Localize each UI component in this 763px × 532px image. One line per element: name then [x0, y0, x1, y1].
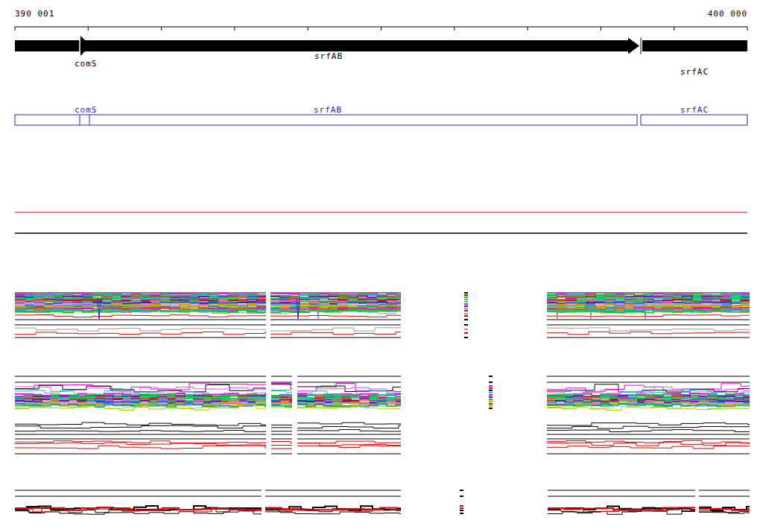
track-line: [547, 332, 750, 335]
track-line: [699, 512, 750, 513]
track-line: [271, 391, 292, 393]
genome-browser-screen: 390 001 400 000 comS srfAB srfAC comS sr…: [0, 0, 763, 532]
track-line: [15, 441, 266, 443]
annotation-label-comS: comS: [75, 106, 98, 114]
gene-label-srfAC: srfAC: [680, 68, 709, 76]
track-line: [15, 315, 266, 317]
track-line: [271, 442, 292, 443]
track-line: [15, 425, 266, 428]
track-line: [547, 315, 750, 317]
track-line: [547, 430, 750, 432]
annotation-box[interactable]: [15, 115, 637, 125]
gene-label-srfAB: srfAB: [314, 52, 343, 60]
tracks-canvas: [0, 0, 763, 532]
track-line: [15, 328, 266, 331]
track-line: [297, 422, 401, 424]
track-line: [15, 387, 266, 393]
track-line: [15, 446, 266, 449]
track-line: [15, 422, 266, 425]
track-line: [270, 315, 401, 317]
gene-bar-srfAC[interactable]: [642, 40, 747, 51]
track-line: [15, 332, 266, 334]
track-line: [297, 425, 401, 428]
track-line: [297, 430, 401, 431]
track-line: [297, 443, 401, 446]
track-line: [270, 328, 401, 331]
coordinate-start-label: 390 001: [15, 10, 54, 18]
track-line: [547, 328, 750, 331]
track-line: [547, 426, 750, 428]
gene-label-comS: comS: [75, 60, 98, 68]
annotation-label-srfAB: srfAB: [314, 106, 342, 114]
track-line: [547, 423, 750, 425]
gene-bar-srfAB-operon[interactable]: [15, 40, 628, 51]
annotation-box[interactable]: [641, 115, 747, 125]
annotation-label-srfAC: srfAC: [680, 106, 709, 114]
track-line: [15, 431, 266, 432]
track-line: [271, 390, 292, 390]
coordinate-end-label: 400 000: [708, 10, 747, 18]
track-line: [265, 512, 401, 514]
track-line: [297, 446, 401, 447]
track-line: [547, 446, 750, 449]
gene-arrowhead: [628, 38, 639, 54]
track-line: [270, 332, 401, 335]
